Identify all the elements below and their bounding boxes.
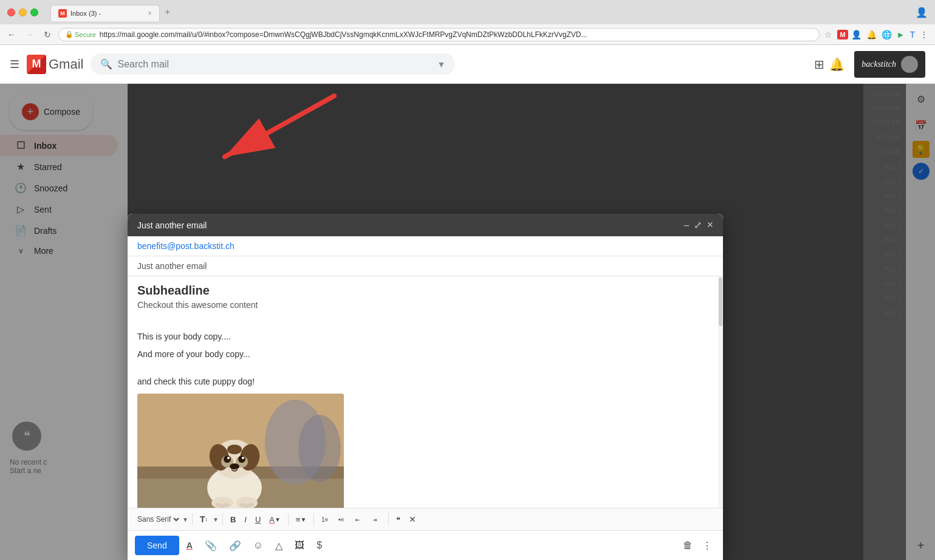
new-tab-button[interactable]: + <box>160 3 175 21</box>
align-dropdown-icon[interactable]: ▼ <box>300 516 306 523</box>
compose-to-value[interactable]: benefits@post.backstit.ch <box>137 241 235 251</box>
compose-subject-value: Just another email <box>137 261 207 271</box>
search-dropdown-icon[interactable]: ▼ <box>437 60 446 69</box>
extensions-button[interactable]: M <box>837 30 848 39</box>
browser-toolbar: M 👤 🔔 🌐 ► T ⋮ <box>837 29 930 41</box>
compose-to-field: benefits@post.backstit.ch <box>128 236 723 256</box>
user-icon-button[interactable]: 👤 <box>849 29 863 41</box>
align-icon: ≡ <box>296 515 301 524</box>
backstitch-avatar <box>901 56 918 73</box>
compose-content-area[interactable]: Subheadline Checkout this awesome conten… <box>128 276 723 508</box>
email-subheadline: Checkout this awesome content <box>137 300 713 310</box>
blockquote-button[interactable]: ❝ <box>392 513 404 527</box>
gmail-hamburger-menu[interactable]: ☰ <box>10 58 19 71</box>
compose-dialog-title: Just another email <box>137 220 207 230</box>
compose-dollar-button[interactable]: $ <box>312 536 327 555</box>
address-bar[interactable]: 🔒 Secure https://mail.google.com/mail/u/… <box>58 28 820 41</box>
compose-link-button[interactable]: 🔗 <box>224 536 246 555</box>
indent-less-icon: ⇤ <box>355 515 364 524</box>
close-window-button[interactable] <box>7 9 15 16</box>
send-button[interactable]: Send <box>135 536 179 555</box>
search-input[interactable] <box>117 59 432 70</box>
compose-expand-button[interactable]: ⤢ <box>694 219 702 231</box>
compose-drive-button[interactable]: △ <box>270 536 287 555</box>
gmail-notification-icon[interactable]: 🔔 <box>829 57 844 72</box>
bookmark-icon[interactable]: ☆ <box>824 30 832 39</box>
extension3-button[interactable]: ► <box>895 29 907 41</box>
back-button[interactable]: ← <box>5 29 18 41</box>
ordered-list-icon: 1≡ <box>321 515 330 524</box>
indent-more-button[interactable]: ⇥ <box>369 513 385 526</box>
compose-more-options-button[interactable]: ⋮ <box>699 538 716 554</box>
email-headline: Subheadline <box>137 284 713 298</box>
compose-minimize-button[interactable]: – <box>684 220 690 231</box>
address-bar-icons: ☆ <box>824 30 832 39</box>
ordered-list-button[interactable]: 1≡ <box>318 513 334 526</box>
font-color-dropdown-icon[interactable]: ▼ <box>275 516 281 523</box>
font-family-dropdown-icon[interactable]: ▼ <box>182 516 188 523</box>
compose-bottom-bar: Send A 📎 🔗 ☺ △ 🖼 $ 🗑 ⋮ <box>128 530 723 560</box>
compose-subject-field[interactable]: Just another email <box>128 256 723 276</box>
svg-text:⇥: ⇥ <box>372 517 377 523</box>
compose-emoji-button[interactable]: ☺ <box>248 536 268 555</box>
gmail-logo: M Gmail <box>27 55 83 74</box>
font-color-button[interactable]: A ▼ <box>265 513 284 527</box>
tab-title: Inbox (3) - <box>70 10 144 17</box>
format-separator <box>192 513 193 525</box>
unordered-list-icon: •≡ <box>338 515 347 524</box>
email-body-line2: And more of your body copy... <box>137 348 713 361</box>
format-separator <box>313 513 314 525</box>
indent-more-icon: ⇥ <box>372 515 381 524</box>
svg-text:•≡: •≡ <box>338 516 344 523</box>
svg-point-24 <box>248 503 254 507</box>
format-separator <box>388 513 389 525</box>
gmail-apps-icon[interactable]: ⊞ <box>814 57 824 72</box>
svg-point-13 <box>227 457 230 459</box>
extension2-button[interactable]: 🌐 <box>880 29 894 41</box>
tab-close-button[interactable]: × <box>148 9 152 18</box>
compose-attach-button[interactable]: 📎 <box>200 536 222 555</box>
compose-scrollbar-thumb <box>719 278 722 326</box>
puppy-image <box>137 394 344 508</box>
gmail-logo-icon: M <box>27 55 46 74</box>
compose-bottom-right: 🗑 ⋮ <box>679 538 716 554</box>
bold-button[interactable]: B <box>227 513 239 527</box>
format-separator <box>222 513 223 525</box>
indent-less-button[interactable]: ⇤ <box>352 513 368 526</box>
browser-account-icon[interactable]: 👤 <box>916 7 928 18</box>
unordered-list-button[interactable]: •≡ <box>335 513 351 526</box>
align-button[interactable]: ≡ ▼ <box>292 513 310 527</box>
url-display: https://mail.google.com/mail/u/0/#inbox?… <box>100 30 813 39</box>
traffic-lights <box>7 9 38 16</box>
underline-button[interactable]: U <box>252 513 264 527</box>
compose-delete-button[interactable]: 🗑 <box>679 538 696 554</box>
gmail-logo-text: Gmail <box>49 56 83 72</box>
clear-format-button[interactable]: ✕ <box>405 512 420 527</box>
email-body-line1: This is your body copy.... <box>137 330 713 343</box>
gmail-topbar-right: ⊞ 🔔 backstitch <box>814 51 925 78</box>
forward-button[interactable]: → <box>23 29 36 41</box>
italic-button[interactable]: I <box>241 513 250 527</box>
minimize-window-button[interactable] <box>19 9 27 16</box>
extension4-button[interactable]: T <box>908 29 917 41</box>
font-family-select[interactable]: Sans Serif <box>135 514 181 524</box>
maximize-window-button[interactable] <box>30 9 38 16</box>
backstitch-branding: backstitch <box>854 51 925 78</box>
compose-dialog: Just another email – ⤢ × benefits@post.b… <box>128 214 723 560</box>
compose-close-button[interactable]: × <box>707 219 713 231</box>
font-size-button[interactable]: T↕ <box>196 512 211 527</box>
compose-scrollbar[interactable] <box>718 276 723 508</box>
font-size-dropdown-icon[interactable]: ▼ <box>213 516 219 523</box>
extension1-button[interactable]: 🔔 <box>865 29 878 41</box>
compose-image-button[interactable]: 🖼 <box>290 536 309 555</box>
svg-point-14 <box>242 457 244 459</box>
gmail-search-bar[interactable]: 🔍 ▼ <box>91 53 455 75</box>
svg-point-21 <box>224 503 230 507</box>
svg-text:⇤: ⇤ <box>355 517 360 523</box>
active-tab[interactable]: M Inbox (3) - × <box>50 5 160 21</box>
compose-dialog-header: Just another email – ⤢ × <box>128 214 723 236</box>
svg-point-15 <box>230 463 239 470</box>
compose-format-button[interactable]: A <box>182 537 197 554</box>
reload-button[interactable]: ↻ <box>41 29 53 41</box>
menu-button[interactable]: ⋮ <box>918 29 930 41</box>
